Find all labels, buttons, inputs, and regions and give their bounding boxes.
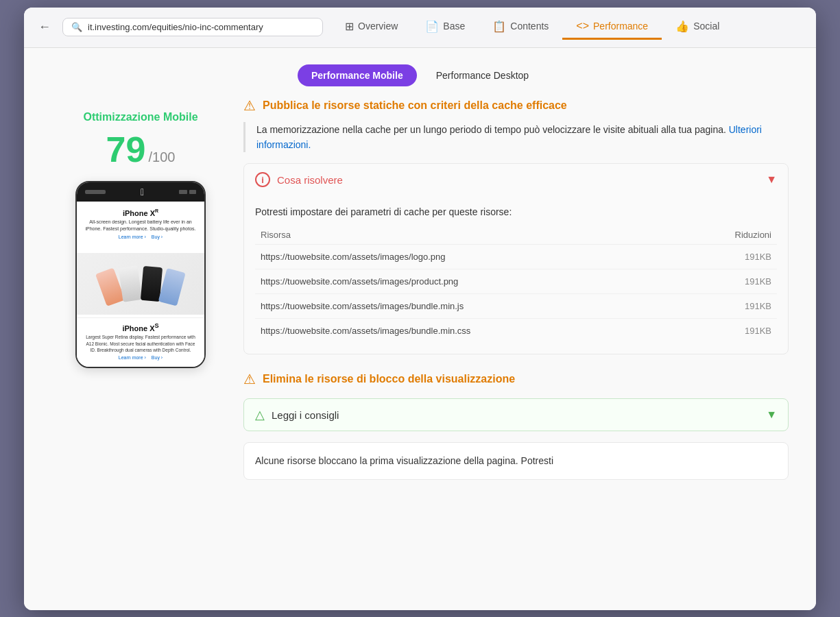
- performance-icon: <>: [576, 20, 589, 32]
- table-description: Potresti impostare dei parametri di cach…: [255, 206, 777, 217]
- resource-size: 191KB: [684, 269, 777, 294]
- tab-contents-label: Contents: [510, 21, 549, 32]
- warning1-icon: ⚠: [243, 97, 256, 114]
- warning2-section: ⚠ Elimina le risorse di blocco della vis…: [243, 371, 789, 480]
- tab-social[interactable]: 👍 Social: [662, 14, 733, 40]
- resolve-title: Cosa risolvere: [277, 174, 343, 186]
- resolve-info-icon: i: [255, 172, 270, 187]
- advisory-header[interactable]: △ Leggi i consigli ▼: [244, 399, 788, 431]
- col-resource-header: Risorsa: [255, 226, 684, 245]
- col-reduction-header: Riduzioni: [684, 226, 777, 245]
- data-table: Risorsa Riduzioni https://tuowebsite.com…: [255, 226, 777, 343]
- advisory-chevron-icon: ▼: [766, 409, 777, 421]
- table-row: https://tuowebsite.com/assets/images/bun…: [255, 294, 777, 319]
- warning2-title: Elimina le risorse di blocco della visua…: [263, 373, 515, 385]
- resource-url: https://tuowebsite.com/assets/images/log…: [255, 245, 684, 269]
- tab-base[interactable]: 📄 Base: [411, 14, 479, 40]
- resource-url: https://tuowebsite.com/assets/images/bun…: [255, 319, 684, 343]
- overview-icon: ⊞: [345, 20, 354, 33]
- tab-performance-label: Performance: [593, 21, 648, 32]
- tab-performance[interactable]: <> Performance: [562, 14, 662, 40]
- iphone-xr-learn[interactable]: Learn more ›: [119, 234, 146, 239]
- back-button[interactable]: ←: [35, 18, 54, 37]
- resource-url: https://tuowebsite.com/assets/images/bun…: [255, 294, 684, 319]
- warning1-header: ⚠ Pubblica le risorse statiche con crite…: [243, 97, 789, 114]
- iphone-xs-desc: Largest Super Retina display. Fastest pe…: [84, 334, 197, 352]
- resolve-box: i Cosa risolvere ▼ Potresti impostare de…: [243, 163, 789, 354]
- tab-social-label: Social: [693, 21, 719, 32]
- resource-table: Potresti impostare dei parametri di cach…: [244, 195, 788, 354]
- toggle-desktop-button[interactable]: Performance Desktop: [422, 64, 542, 86]
- advisory-header-left: △ Leggi i consigli: [255, 407, 339, 422]
- social-icon: 👍: [675, 20, 689, 33]
- warning1-description: La memorizzazione nella cache per un lun…: [243, 122, 789, 153]
- phone-mockup:  iPhone XR All-screen design. Longest b…: [75, 181, 206, 368]
- warning1-section: ⚠ Pubblica le risorse statiche con crite…: [243, 97, 789, 355]
- iphone-xr-desc: All-screen design. Longest battery life …: [84, 219, 197, 232]
- browser-window: ← 🔍 it.investing.com/equities/nio-inc-co…: [24, 8, 816, 610]
- tab-contents[interactable]: 📋 Contents: [479, 14, 562, 40]
- warning1-title: Pubblica le risorse statiche con criteri…: [263, 99, 567, 112]
- url-text: it.investing.com/equities/nio-inc-commen…: [88, 22, 263, 32]
- phone-status-bar: : [77, 182, 204, 202]
- table-row: https://tuowebsite.com/assets/images/log…: [255, 245, 777, 269]
- resolve-header-left: i Cosa risolvere: [255, 172, 343, 187]
- iphone-xr-title: iPhone XR: [84, 208, 197, 217]
- table-row: https://tuowebsite.com/assets/images/pro…: [255, 269, 777, 294]
- iphone-image-area: [77, 253, 204, 315]
- bottom-text: Alcune risorse bloccano la prima visuali…: [243, 442, 789, 480]
- iphone-xs-section: iPhone XS Largest Super Retina display. …: [77, 317, 204, 367]
- iphone-xs-buy[interactable]: Buy ›: [152, 355, 163, 360]
- main-content: Performance Mobile Performance Desktop O…: [24, 48, 816, 610]
- score-display: 79 /100: [106, 129, 176, 170]
- advisory-box: △ Leggi i consigli ▼: [243, 398, 789, 431]
- search-icon: 🔍: [71, 22, 82, 32]
- resource-size: 191KB: [684, 319, 777, 343]
- score-denom: /100: [148, 149, 175, 165]
- iphone-xs-links: Learn more › Buy ›: [84, 355, 197, 360]
- tab-base-label: Base: [443, 21, 465, 32]
- browser-chrome: ← 🔍 it.investing.com/equities/nio-inc-co…: [24, 8, 816, 48]
- nav-tabs: ⊞ Overview 📄 Base 📋 Contents <> Performa…: [331, 14, 805, 40]
- tab-overview-label: Overview: [358, 21, 398, 32]
- content-layout: Ottimizzazione Mobile 79 /100 : [24, 97, 816, 610]
- resolve-chevron-icon: ▼: [766, 173, 777, 186]
- advisory-triangle-icon: △: [255, 407, 265, 422]
- table-row: https://tuowebsite.com/assets/images/bun…: [255, 319, 777, 343]
- iphone-circles: [99, 267, 182, 301]
- toggle-mobile-button[interactable]: Performance Mobile: [298, 64, 417, 86]
- base-icon: 📄: [425, 20, 439, 33]
- optimization-title: Ottimizzazione Mobile: [83, 111, 197, 123]
- resource-size: 191KB: [684, 245, 777, 269]
- right-panel: ⚠ Pubblica le risorse statiche con crite…: [230, 97, 789, 610]
- phone-xr-content: iPhone XR All-screen design. Longest bat…: [77, 202, 204, 250]
- left-panel: Ottimizzazione Mobile 79 /100 : [51, 97, 230, 610]
- toggle-bar: Performance Mobile Performance Desktop: [24, 48, 816, 97]
- advisory-title: Leggi i consigli: [272, 409, 339, 421]
- iphone-xr-links: Learn more › Buy ›: [84, 234, 197, 239]
- resource-size: 191KB: [684, 294, 777, 319]
- tab-overview[interactable]: ⊞ Overview: [331, 14, 411, 40]
- iphone-xs-learn[interactable]: Learn more ›: [119, 355, 146, 360]
- resolve-header[interactable]: i Cosa risolvere ▼: [244, 164, 788, 195]
- url-bar: 🔍 it.investing.com/equities/nio-inc-comm…: [62, 18, 323, 36]
- score-number: 79: [106, 129, 146, 170]
- iphone-xs-title: iPhone XS: [84, 322, 197, 332]
- warning2-header: ⚠ Elimina le risorse di blocco della vis…: [243, 371, 789, 387]
- iphone-xr-buy[interactable]: Buy ›: [152, 234, 163, 239]
- resource-url: https://tuowebsite.com/assets/images/pro…: [255, 269, 684, 294]
- warning2-icon: ⚠: [243, 371, 256, 387]
- contents-icon: 📋: [492, 20, 506, 33]
